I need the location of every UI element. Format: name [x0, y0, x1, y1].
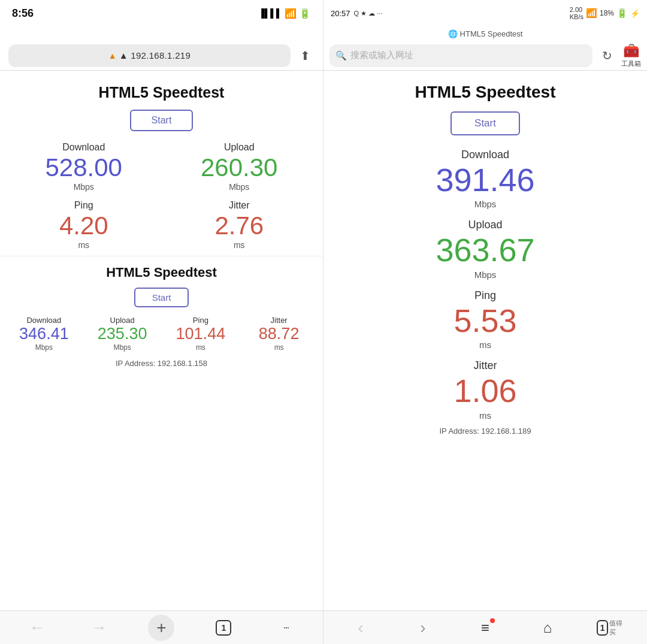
right-time: 20:57 [331, 9, 350, 18]
right-jitter-stat: Jitter 1.06 ms [333, 359, 637, 420]
right-toolbar: ‹ › ≡ ⌂ 1 值得买 [324, 611, 647, 644]
left-start-btn-1[interactable]: Start [130, 110, 194, 131]
left2-ping-stat: Ping 101.44 ms [162, 316, 240, 352]
left-signal-icon: ▐▌▌▌ [258, 8, 282, 18]
search-icon: 🔍 [335, 50, 347, 61]
right-ip-address: IP Address: 192.168.1.189 [333, 427, 637, 436]
left-jitter-value: 2.76 [162, 212, 318, 240]
left-start-btn-2[interactable]: Start [134, 288, 189, 307]
left-jitter-unit: ms [162, 240, 318, 250]
right-wifi-icon: 📶 [586, 8, 597, 19]
left2-ip-address: IP Address: 192.168.1.158 [5, 359, 318, 368]
right-url-placeholder: 搜索或输入网址 [350, 50, 413, 61]
right-upload-stat: Upload 363.67 Mbps [333, 219, 637, 279]
left-panel: HTML5 Speedtest Start Download 528.00 Mb… [0, 71, 324, 610]
right-ping-label: Ping [333, 289, 637, 302]
left-upload-unit: Mbps [162, 182, 318, 192]
right-jitter-value: 1.06 [333, 373, 637, 409]
left2-download-value: 346.41 [5, 325, 83, 343]
left-jitter-label: Jitter [162, 200, 318, 211]
right-home-button[interactable]: ⌂ [534, 615, 561, 641]
right-status-icons: Q ★ ☁ ··· [354, 10, 383, 17]
right-charge-icon: ⚡ [630, 9, 640, 18]
left2-download-stat: Download 346.41 Mbps [5, 316, 83, 352]
right-search-bar[interactable]: 🔍 搜索或输入网址 [329, 44, 592, 67]
left-jitter-stat: Jitter 2.76 ms [162, 200, 318, 250]
right-upload-unit: Mbps [333, 270, 637, 280]
right-download-stat: Download 391.46 Mbps [333, 149, 637, 209]
right-menu-button[interactable]: ≡ [472, 615, 498, 641]
left2-ping-label: Ping [162, 316, 240, 325]
left-ping-unit: ms [6, 240, 162, 250]
left-url-text: ▲ 192.168.1.219 [119, 50, 191, 61]
left-url-bar-container: ▲ ▲ 192.168.1.219 ⬆ [0, 41, 324, 70]
right-ping-value: 5.53 [333, 303, 637, 338]
share-button[interactable]: ⬆ [295, 46, 315, 65]
left-title-1: HTML5 Speedtest [6, 84, 317, 101]
left-upload-stat: Upload 260.30 Mbps [162, 142, 318, 192]
left-download-value: 528.00 [6, 154, 162, 182]
left-url-bar[interactable]: ▲ ▲ 192.168.1.219 [8, 44, 291, 67]
forward-button[interactable]: → [86, 615, 113, 641]
left-status-bar: 8:56 ▐▌▌▌ 📶 🔋 [0, 0, 324, 26]
left-ping-label: Ping [6, 200, 162, 211]
left-toolbar: ← → + 1 ··· [0, 611, 324, 644]
left-title-2: HTML5 Speedtest [5, 265, 318, 280]
left-speedtest-2: HTML5 Speedtest Start Download 346.41 Mb… [0, 256, 323, 373]
left2-jitter-unit: ms [240, 343, 318, 352]
left2-ping-value: 101.44 [162, 325, 240, 343]
left-wifi-icon: 📶 [285, 8, 297, 19]
right-speedtest: HTML5 Speedtest Start Download 391.46 Mb… [324, 71, 647, 442]
right-forward-button[interactable]: › [410, 615, 436, 641]
more-button[interactable]: ··· [273, 615, 299, 641]
left2-ping-unit: ms [162, 343, 240, 352]
right-battery-icon: 🔋 [616, 8, 628, 19]
right-jitter-label: Jitter [333, 359, 637, 372]
toolbox-icon: 🧰 [623, 43, 639, 59]
left-download-label: Download [6, 142, 162, 153]
right-battery-text: 18% [600, 9, 614, 17]
right-ping-unit: ms [333, 340, 637, 350]
right-upload-value: 363.67 [333, 232, 637, 268]
left2-download-unit: Mbps [5, 343, 83, 352]
right-download-label: Download [333, 149, 637, 161]
left-download-stat: Download 528.00 Mbps [6, 142, 162, 192]
left-speedtest-1: HTML5 Speedtest Start Download 528.00 Mb… [0, 71, 323, 256]
right-panel: HTML5 Speedtest Start Download 391.46 Mb… [324, 71, 647, 610]
left-ping-stat: Ping 4.20 ms [6, 200, 162, 250]
back-button[interactable]: ← [24, 615, 50, 641]
left2-download-label: Download [5, 316, 83, 325]
left-upload-label: Upload [162, 142, 318, 153]
right-download-value: 391.46 [333, 162, 637, 198]
left2-jitter-stat: Jitter 88.72 ms [240, 316, 318, 352]
right-jitter-unit: ms [333, 410, 637, 421]
right-signal-speed: 2.00KB/s [570, 6, 583, 20]
right-url-bar-container: 🔍 搜索或输入网址 ↻ 🧰 工具箱 [324, 41, 647, 70]
new-tab-button[interactable]: + [148, 615, 174, 641]
left2-jitter-value: 88.72 [240, 325, 318, 343]
left2-upload-stat: Upload 235.30 Mbps [83, 316, 162, 352]
left-ping-value: 4.20 [6, 212, 162, 240]
right-start-btn[interactable]: Start [451, 111, 520, 135]
right-upload-label: Upload [333, 219, 637, 231]
refresh-button[interactable]: ↻ [597, 46, 616, 65]
left2-jitter-label: Jitter [240, 316, 318, 325]
right-title: HTML5 Speedtest [333, 83, 637, 102]
left2-upload-label: Upload [83, 316, 162, 325]
right-tabs-button[interactable]: 1 值得买 [597, 615, 623, 641]
globe-icon: 🌐 [448, 29, 458, 38]
left-upload-value: 260.30 [162, 154, 318, 182]
right-download-unit: Mbps [333, 199, 637, 209]
tabs-button[interactable]: 1 [210, 615, 237, 641]
menu-badge [490, 618, 495, 623]
warning-icon: ▲ [108, 51, 117, 61]
right-ping-stat: Ping 5.53 ms [333, 289, 637, 350]
left-time: 8:56 [12, 7, 34, 20]
left2-upload-unit: Mbps [83, 343, 162, 352]
toolbox-button[interactable]: 🧰 工具箱 [621, 43, 641, 68]
left-battery-icon: 🔋 [299, 8, 311, 19]
right-back-button[interactable]: ‹ [347, 615, 374, 641]
left2-upload-value: 235.30 [83, 325, 162, 343]
right-status-bar: 20:57 Q ★ ☁ ··· 2.00KB/s 📶 18% 🔋 ⚡ [324, 0, 647, 26]
left-download-unit: Mbps [6, 182, 162, 192]
